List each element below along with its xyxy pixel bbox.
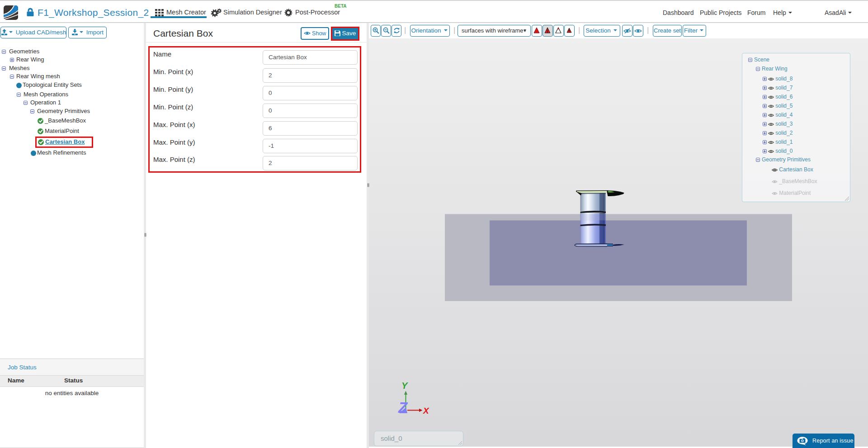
svg-text:X: X bbox=[423, 406, 429, 415]
svg-text:Z: Z bbox=[398, 399, 408, 416]
svg-text:Y: Y bbox=[401, 381, 408, 391]
